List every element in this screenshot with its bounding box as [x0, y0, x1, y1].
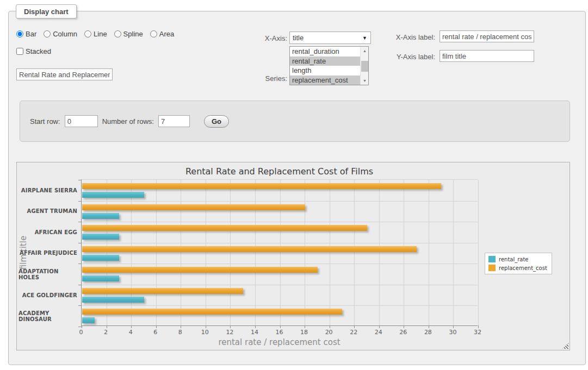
- bar-rental_rate: [82, 297, 144, 303]
- y-category-label: ACADEMY DINOSAUR: [18, 305, 77, 327]
- gridline-h: [82, 201, 478, 202]
- bar-rental_rate: [82, 255, 119, 261]
- scroll-down-icon[interactable]: ▼: [361, 77, 369, 85]
- y-axis-tick: [78, 264, 82, 264]
- radio-column-input[interactable]: [44, 30, 51, 37]
- number-of-rows-input[interactable]: [158, 115, 190, 127]
- radio-spline[interactable]: Spline: [114, 30, 143, 38]
- gridline-v: [280, 180, 281, 325]
- x-tick-label: 22: [344, 329, 363, 336]
- x-tick-label: 0: [71, 329, 91, 336]
- radio-column-label: Column: [53, 30, 77, 38]
- bar-rental_rate: [82, 275, 119, 281]
- gridline-v: [305, 180, 305, 325]
- x-tick-label: 24: [369, 329, 388, 336]
- radio-line-input[interactable]: [84, 30, 91, 37]
- scroll-up-icon[interactable]: ▲: [361, 47, 369, 55]
- x-axis-tick: [429, 325, 429, 328]
- y-axis-label-input[interactable]: [440, 50, 534, 62]
- start-row-input[interactable]: [65, 115, 98, 127]
- stacked-checkbox-row: Stacked: [16, 47, 51, 55]
- x-axis-selected-value: title: [293, 34, 304, 42]
- x-tick-label: 16: [270, 329, 289, 336]
- bar-replacement_cost: [82, 288, 243, 294]
- chart-title-input[interactable]: [16, 68, 113, 80]
- x-tick-label: 30: [443, 329, 462, 336]
- legend-swatch-rental-rate: [488, 256, 496, 262]
- x-axis-tick: [181, 325, 181, 328]
- x-tick-label: 8: [170, 329, 190, 336]
- y-axis-tick: [78, 285, 82, 285]
- legend-swatch-replacement-cost: [488, 265, 496, 271]
- x-tick-label: 28: [418, 329, 438, 336]
- radio-line-label: Line: [94, 30, 107, 38]
- gridline-v: [453, 180, 454, 325]
- radio-bar[interactable]: Bar: [16, 30, 36, 38]
- x-axis-tick: [156, 325, 157, 328]
- y-axis-label-label: Y-Axis label:: [381, 53, 435, 61]
- x-axis-label-input[interactable]: [440, 30, 534, 42]
- series-option-rental-rate[interactable]: rental_rate: [290, 57, 368, 66]
- x-axis-select[interactable]: title ▼: [289, 32, 371, 44]
- x-tick-label: 26: [393, 329, 413, 336]
- legend-item-replacement-cost: replacement_cost: [488, 265, 547, 271]
- y-category-label: ACE GOLDFINGER: [18, 285, 77, 306]
- stacked-label: Stacked: [26, 47, 51, 55]
- x-axis-tick: [280, 325, 281, 328]
- series-select-label: Series:: [244, 74, 287, 83]
- gridline-v: [206, 180, 206, 325]
- gridline-h: [82, 285, 478, 285]
- gridline-v: [404, 180, 404, 325]
- x-axis-tick: [330, 325, 330, 328]
- radio-line[interactable]: Line: [84, 30, 107, 38]
- gridline-v: [330, 180, 330, 325]
- radio-column[interactable]: Column: [44, 30, 77, 38]
- gridline-v: [107, 180, 107, 325]
- y-category-label: AFRICAN EGG: [18, 222, 77, 243]
- y-axis-tick: [78, 243, 82, 243]
- radio-spline-input[interactable]: [114, 30, 121, 37]
- legend-label-rental-rate: rental_rate: [499, 256, 529, 262]
- stacked-checkbox[interactable]: Stacked: [16, 47, 51, 55]
- bar-replacement_cost: [82, 309, 342, 315]
- number-of-rows-label: Number of rows:: [102, 117, 154, 126]
- y-category-label: AFFAIR PREJUDICE: [18, 243, 77, 264]
- x-axis-tick: [206, 325, 206, 328]
- bar-replacement_cost: [82, 246, 417, 252]
- x-axis-tick: [230, 325, 231, 328]
- go-button[interactable]: Go: [204, 115, 229, 128]
- x-axis-tick: [379, 325, 380, 328]
- stacked-checkbox-input[interactable]: [16, 48, 23, 55]
- radio-bar-input[interactable]: [16, 30, 23, 37]
- bar-replacement_cost: [82, 204, 305, 210]
- radio-area[interactable]: Area: [150, 30, 174, 38]
- start-row-label: Start row:: [30, 117, 60, 126]
- x-tick-label: 12: [220, 329, 239, 336]
- chart-type-radios: Bar Column Line Spline Area: [16, 30, 174, 38]
- series-option-rental-duration[interactable]: rental_duration: [290, 47, 368, 57]
- x-axis-tick: [305, 325, 305, 328]
- bar-rental_rate: [82, 234, 119, 240]
- x-axis-tick: [404, 325, 404, 328]
- x-axis-tick: [255, 325, 256, 328]
- series-option-replacement-cost[interactable]: replacement_cost: [290, 76, 368, 85]
- gridline-v: [156, 180, 157, 325]
- plot-area: AIRPLANE SIERRAAGENT TRUMANAFRICAN EGGAF…: [81, 179, 478, 326]
- series-multiselect[interactable]: rental_duration rental_rate length repla…: [289, 46, 369, 85]
- row-range-box: Start row: Number of rows: Go: [20, 101, 570, 142]
- series-option-length[interactable]: length: [290, 66, 368, 76]
- x-tick-label: 6: [146, 329, 165, 336]
- x-axis-tick: [478, 325, 479, 328]
- listbox-scrollbar[interactable]: ▲ ▼: [360, 47, 368, 85]
- x-axis-label-label: X-Axis label:: [381, 33, 435, 41]
- y-axis-tick: [78, 327, 82, 327]
- scrollbar-thumb[interactable]: [361, 61, 368, 72]
- x-axis-tick: [82, 325, 82, 328]
- resize-handle[interactable]: [562, 343, 568, 349]
- chart-legend: rental_rate replacement_cost: [485, 253, 552, 274]
- x-axis-title: rental rate / replacement cost: [81, 337, 478, 347]
- radio-area-input[interactable]: [150, 30, 157, 37]
- x-tick-label: 10: [195, 329, 215, 336]
- x-axis-tick: [453, 325, 454, 328]
- bar-rental_rate: [82, 192, 144, 198]
